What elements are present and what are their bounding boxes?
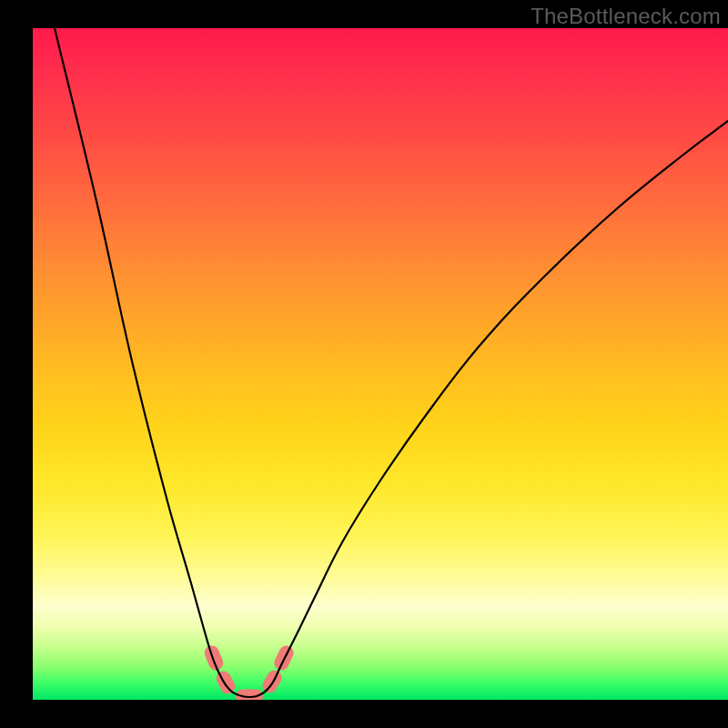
bottleneck-curve [55,28,728,697]
curve-svg [33,28,728,700]
markers-group [202,643,296,700]
watermark-text: TheBottleneck.com [531,4,721,29]
tick-left-upper [202,643,225,672]
tick-right-lower [260,668,285,696]
plot-area [33,28,728,700]
chart-frame: TheBottleneck.com [0,0,728,728]
